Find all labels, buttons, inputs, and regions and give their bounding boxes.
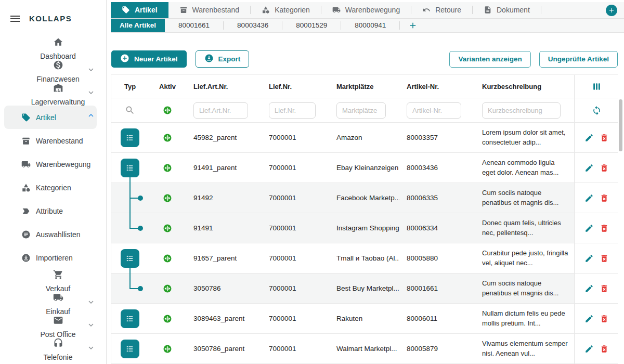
delete-icon[interactable] xyxy=(600,254,609,263)
toolbar: Neuer Artikel Export Varianten anzeigen … xyxy=(111,50,618,68)
show-variants-button[interactable]: Varianten anzeigen xyxy=(449,51,530,68)
tab-warenbestand[interactable]: Warenbestand xyxy=(168,2,251,18)
cell-lief-nr: 7000001 xyxy=(262,153,329,183)
active-toggle-icon[interactable] xyxy=(163,133,172,142)
tab-retoure[interactable]: Retoure xyxy=(411,2,472,18)
tab-label: Dokument xyxy=(497,6,530,14)
table-header-row: TypAktivLief.Art.Nr.Lief.Nr.MarktplätzeA… xyxy=(111,75,618,98)
edit-icon[interactable] xyxy=(584,193,594,203)
table-row: 91657_parent7000001Tmall и Taobao (Al...… xyxy=(111,243,618,274)
column-header-marktplaetze: Marktplätze xyxy=(329,75,399,98)
delete-icon[interactable] xyxy=(600,284,609,293)
tab-label: Retoure xyxy=(435,6,461,14)
cell-artikel-nr: 80006334 xyxy=(399,213,475,243)
sidebar-item-importieren[interactable]: Importieren xyxy=(4,246,97,269)
variant-list-button[interactable] xyxy=(121,340,139,358)
variant-list-button[interactable] xyxy=(121,309,139,328)
sidebar-item-verkauf[interactable]: Verkauf xyxy=(0,269,106,292)
sidebar-item-attribute[interactable]: Attribute xyxy=(4,199,97,223)
cell-lief-art-nr: 3050786 xyxy=(186,274,262,303)
delete-icon[interactable] xyxy=(600,133,609,142)
add-article-tab-button[interactable] xyxy=(400,19,426,32)
article-tab-80001529[interactable]: 80001529 xyxy=(282,19,341,32)
article-tab-80003436[interactable]: 80003436 xyxy=(224,19,282,32)
column-header-lief-nr: Lief.Nr. xyxy=(262,75,329,98)
active-toggle-icon[interactable] xyxy=(163,314,172,323)
table-scrollbar-thumb[interactable] xyxy=(619,99,622,151)
tab-warenbewegung[interactable]: Warenbewegung xyxy=(321,2,411,18)
active-toggle-icon[interactable] xyxy=(163,224,172,233)
edit-icon[interactable] xyxy=(584,133,594,142)
sidebar-item-kategorien[interactable]: Kategorien xyxy=(4,176,97,199)
unverified-articles-button[interactable]: Ungeprüfte Artikel xyxy=(539,51,618,68)
cell-lief-nr: 7000001 xyxy=(262,213,329,243)
filter-input-marktplaetze[interactable] xyxy=(336,102,386,119)
sidebar-item-label: Post Office xyxy=(40,330,75,339)
tree-node-dot xyxy=(138,196,143,201)
filter-input-artikel-nr[interactable] xyxy=(407,102,461,119)
article-tab-alle-artikel[interactable]: Alle Artikel xyxy=(111,19,165,32)
active-toggle-icon[interactable] xyxy=(163,163,172,173)
active-filter-icon[interactable] xyxy=(163,106,172,115)
menu-icon[interactable] xyxy=(9,12,21,25)
edit-icon[interactable] xyxy=(584,284,594,293)
active-toggle-icon[interactable] xyxy=(163,344,172,354)
export-button[interactable]: Export xyxy=(196,50,250,68)
edit-icon[interactable] xyxy=(584,254,594,263)
new-article-button[interactable]: Neuer Artikel xyxy=(111,50,187,68)
cell-kurzbeschreibung: Nullam dictum felis eu pede mollis preti… xyxy=(475,304,574,333)
variant-list-button[interactable] xyxy=(121,128,139,147)
tree-connector xyxy=(129,213,131,228)
add-tab-button[interactable] xyxy=(606,5,617,16)
variant-list-button[interactable] xyxy=(121,159,139,177)
columns-icon[interactable] xyxy=(592,82,602,92)
edit-icon[interactable] xyxy=(584,344,594,354)
cell-kurzbeschreibung: Aenean commodo ligula eget dolor. Aenean… xyxy=(475,153,574,183)
column-header-aktiv: Aktiv xyxy=(149,75,186,98)
search-icon[interactable] xyxy=(125,105,135,115)
refresh-icon[interactable] xyxy=(592,106,602,115)
home-icon xyxy=(53,37,63,47)
filter-input-lief-nr[interactable] xyxy=(269,102,316,119)
edit-icon[interactable] xyxy=(584,224,594,233)
active-toggle-icon[interactable] xyxy=(163,284,172,293)
tab-label: Warenbewegung xyxy=(345,6,400,14)
article-tab-80001661[interactable]: 80001661 xyxy=(165,19,223,32)
active-toggle-icon[interactable] xyxy=(163,254,172,263)
edit-icon[interactable] xyxy=(584,163,594,173)
filter-input-kurzbeschreibung[interactable] xyxy=(482,102,561,119)
table-row: 45982_parent7000001Amazon80003357Lorem i… xyxy=(111,123,618,153)
sidebar-item-label: Einkauf xyxy=(46,307,70,316)
sidebar-item-artikel[interactable]: Artikel xyxy=(4,106,97,129)
cell-lief-nr: 7000001 xyxy=(262,183,329,213)
sidebar-item-warenbewegung[interactable]: Warenbewegung xyxy=(4,152,97,176)
filter-input-lief-art-nr[interactable] xyxy=(193,102,248,119)
cell-lief-nr: 7000001 xyxy=(262,123,329,152)
tab-kategorien[interactable]: Kategorien xyxy=(251,2,321,18)
sidebar-item-label: Attribute xyxy=(36,207,63,215)
delete-icon[interactable] xyxy=(600,224,609,233)
chevron-down-icon xyxy=(86,297,96,307)
delete-icon[interactable] xyxy=(600,193,609,203)
delete-icon[interactable] xyxy=(600,163,609,173)
main-area: ArtikelWarenbestandKategorienWarenbewegu… xyxy=(107,0,624,364)
cell-lief-art-nr: 3050786_parent xyxy=(186,334,262,363)
sidebar-item-warenbestand[interactable]: Warenbestand xyxy=(4,129,97,152)
dollar-icon xyxy=(53,60,63,70)
app-window: KOLLAPS DashboardFinanzwesenLagerverwalt… xyxy=(0,0,624,364)
article-tab-80000941[interactable]: 80000941 xyxy=(341,19,399,32)
cell-lief-nr: 7000001 xyxy=(262,334,329,363)
chevron-down-icon xyxy=(86,65,96,74)
variant-list-button[interactable] xyxy=(121,249,139,268)
sidebar-item-auswahllisten[interactable]: Auswahllisten xyxy=(4,223,97,246)
tab-dokument[interactable]: Dokument xyxy=(473,2,541,18)
tree-connector xyxy=(129,273,131,289)
sidebar-item-dashboard[interactable]: Dashboard xyxy=(0,37,106,60)
delete-icon[interactable] xyxy=(600,314,609,323)
article-tab-label: 80003436 xyxy=(237,21,268,29)
delete-icon[interactable] xyxy=(600,344,609,354)
tab-artikel[interactable]: Artikel xyxy=(111,2,168,18)
cell-artikel-nr: 80006011 xyxy=(399,304,475,333)
edit-icon[interactable] xyxy=(584,314,594,323)
active-toggle-icon[interactable] xyxy=(163,193,172,203)
